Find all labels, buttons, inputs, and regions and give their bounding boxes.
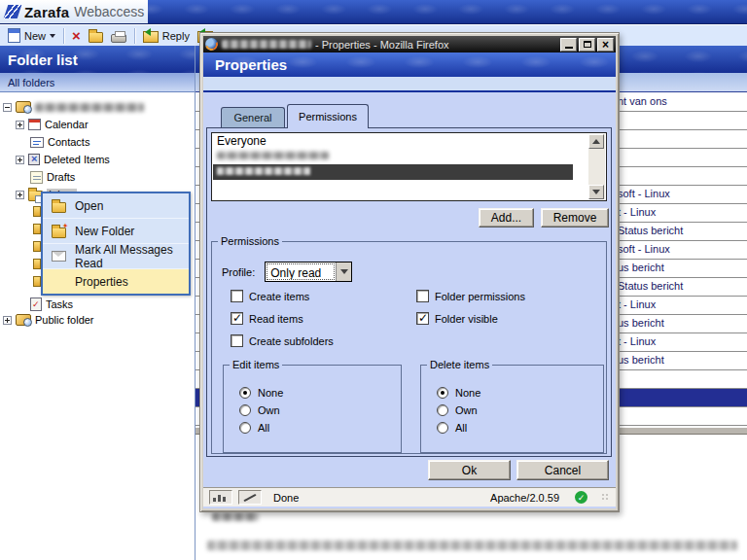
tree-row-mailbox-root[interactable] — [3, 98, 144, 116]
chevron-down-icon[interactable] — [50, 34, 55, 41]
mail-subject-fragment: t - Linux — [618, 298, 656, 310]
radio-edit-none[interactable]: None — [239, 387, 283, 399]
properties-dialog-window: - Properties - Mozilla Firefox × Propert… — [199, 32, 620, 512]
expand-expander-icon[interactable] — [16, 156, 24, 164]
menu-item-new-folder[interactable]: New Folder — [43, 219, 189, 244]
acl-item-everyone[interactable]: Everyone — [213, 134, 573, 149]
partially-hidden-folder-icon — [33, 241, 41, 252]
redacted-user-name — [217, 152, 329, 159]
checkbox-icon[interactable] — [416, 290, 429, 302]
envelope-icon — [52, 251, 66, 262]
folder-label: Drafts — [47, 171, 75, 183]
radio-edit-own[interactable]: Own — [239, 404, 280, 416]
checkbox-checked-icon[interactable] — [416, 312, 429, 325]
maximize-button[interactable] — [579, 38, 595, 52]
tasks-icon — [30, 298, 42, 311]
security-ok-icon[interactable]: ✓ — [575, 491, 587, 504]
radio-label: Own — [455, 404, 478, 416]
tab-general[interactable]: General — [221, 107, 285, 127]
print-button[interactable] — [107, 26, 130, 46]
copy-folder-icon — [89, 32, 103, 43]
acl-item-redacted-selected[interactable] — [213, 164, 573, 180]
tree-row-deleted-items[interactable]: Deleted Items — [16, 151, 110, 168]
radio-label: Own — [258, 404, 280, 416]
radio-delete-all[interactable]: All — [437, 422, 467, 434]
dialog-titlebar[interactable]: - Properties - Mozilla Firefox × — [203, 36, 616, 52]
folder-label: Contacts — [48, 136, 89, 148]
ok-button[interactable]: Ok — [428, 460, 511, 480]
radio-icon[interactable] — [239, 422, 251, 434]
all-folders-bar[interactable]: All folders — [0, 73, 195, 92]
radio-edit-all[interactable]: All — [239, 422, 269, 434]
checkbox-folder-visible[interactable]: Folder visible — [416, 312, 498, 325]
minimize-button[interactable] — [560, 38, 577, 52]
expand-expander-icon[interactable] — [3, 316, 12, 325]
checkbox-label: Read items — [249, 313, 303, 325]
checkbox-checked-icon[interactable] — [231, 312, 243, 325]
tree-row-contacts[interactable]: Contacts — [30, 133, 89, 151]
tree-row-public-folder[interactable]: Public folder — [3, 311, 94, 329]
checkbox-read-items[interactable]: Read items — [231, 312, 303, 325]
scroll-up-button[interactable] — [588, 134, 604, 149]
toolbar-separator — [63, 28, 64, 44]
mail-subject-fragment: soft - Linux — [618, 188, 670, 199]
permissions-legend: Permissions — [218, 235, 282, 247]
partially-hidden-folder-icon — [33, 276, 41, 287]
folder-label: Public folder — [35, 314, 94, 326]
tab-permissions[interactable]: Permissions — [287, 104, 369, 128]
acl-user-listbox[interactable]: Everyone — [211, 132, 607, 201]
tree-row-drafts[interactable]: Drafts — [30, 168, 75, 186]
new-button[interactable]: New — [4, 26, 59, 46]
dropdown-arrow-button[interactable] — [336, 262, 351, 281]
checkbox-create-subfolders[interactable]: Create subfolders — [231, 334, 334, 347]
checkbox-create-items[interactable]: Create items — [231, 290, 309, 302]
tree-row-calendar[interactable]: Calendar — [16, 116, 89, 133]
expand-expander-icon[interactable] — [16, 121, 24, 129]
delete-button[interactable]: × — [68, 26, 85, 46]
checkbox-folder-permissions[interactable]: Folder permissions — [416, 290, 525, 302]
radio-delete-none[interactable]: None — [437, 387, 480, 399]
folder-context-menu: Open New Folder Mark All Messages Read P… — [41, 192, 191, 296]
firefox-icon — [205, 38, 218, 51]
radio-icon[interactable] — [239, 404, 251, 416]
reply-button[interactable]: Reply — [139, 26, 194, 46]
collapse-expander-icon[interactable] — [3, 103, 12, 112]
menu-item-label: Properties — [75, 275, 128, 289]
redacted-preview-text — [212, 512, 259, 521]
toolbar-separator — [134, 28, 135, 44]
copy-move-button[interactable] — [85, 26, 107, 46]
permissions-fieldset: Permissions Profile: Only read Create it… — [211, 235, 607, 454]
radio-selected-icon[interactable] — [239, 387, 251, 399]
server-label: Apache/2.0.59 — [490, 492, 559, 504]
arrow-down-icon — [340, 269, 348, 278]
arrow-down-icon — [592, 190, 600, 198]
brand-suffix: Webaccess — [74, 4, 144, 19]
profile-select[interactable]: Only read — [265, 262, 352, 282]
listbox-scrollbar[interactable] — [588, 134, 605, 199]
radio-icon[interactable] — [437, 404, 448, 416]
expand-expander-icon[interactable] — [16, 191, 24, 199]
mail-subject-fragment: nt van ons — [618, 95, 667, 107]
printer-icon — [111, 34, 126, 43]
radio-selected-icon[interactable] — [437, 387, 448, 399]
radio-icon[interactable] — [437, 422, 448, 434]
cancel-button[interactable]: Cancel — [516, 460, 609, 480]
radio-delete-own[interactable]: Own — [437, 404, 478, 416]
menu-item-mark-all-read[interactable]: Mark All Messages Read — [43, 244, 189, 269]
add-button[interactable]: Add... — [479, 208, 534, 228]
menu-item-open[interactable]: Open — [43, 193, 189, 219]
edit-mode-icon[interactable] — [238, 490, 262, 505]
checkbox-icon[interactable] — [231, 290, 243, 302]
brand-logo: Zarafa Webaccess — [0, 0, 148, 23]
remove-button[interactable]: Remove — [541, 208, 609, 228]
close-button[interactable]: × — [597, 38, 614, 52]
resize-grip[interactable] — [601, 493, 610, 502]
page-meter-icon — [209, 490, 232, 505]
checkbox-icon[interactable] — [231, 334, 243, 347]
arrow-up-icon — [592, 135, 600, 144]
new-item-icon — [8, 28, 20, 43]
scroll-down-button[interactable] — [588, 185, 604, 199]
menu-item-properties[interactable]: Properties — [43, 269, 189, 294]
mail-subject-fragment: t - Linux — [618, 335, 656, 347]
acl-item-redacted[interactable] — [213, 149, 573, 163]
